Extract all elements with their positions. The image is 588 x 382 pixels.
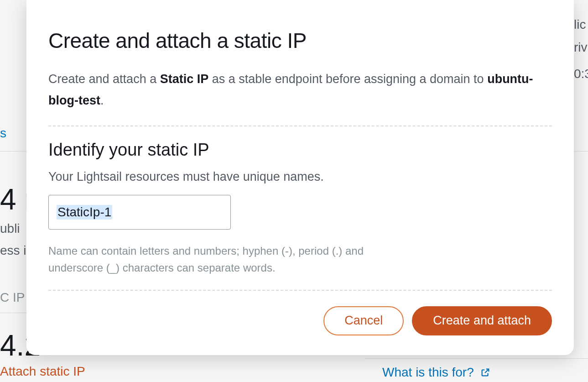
attach-static-ip-link[interactable]: Attach static IP <box>0 364 85 379</box>
modal-actions: Cancel Create and attach <box>48 306 552 335</box>
create-static-ip-modal: Create and attach a static IP Create and… <box>26 0 574 355</box>
static-ip-name-input-wrap: StaticIp-1 <box>48 195 231 230</box>
external-link-icon <box>480 366 489 375</box>
name-hint-text: Name can contain letters and numbers; hy… <box>48 242 377 276</box>
dashed-divider-top <box>48 126 552 126</box>
static-ip-name-input[interactable] <box>48 195 231 230</box>
bg-time-frag: 0:3 <box>574 67 588 81</box>
bg-private-label-frag: riv <box>574 40 588 55</box>
create-and-attach-button[interactable]: Create and attach <box>412 306 552 335</box>
desc-prefix: Create and attach a <box>48 72 160 86</box>
bg-public-frag: ubli <box>0 221 20 236</box>
modal-description: Create and attach a Static IP as a stabl… <box>48 68 552 112</box>
modal-title: Create and attach a static IP <box>48 28 552 53</box>
desc-mid: as a stable endpoint before assigning a … <box>208 72 487 86</box>
bg-tab-frag[interactable]: s <box>0 126 6 141</box>
desc-static-ip-bold: Static IP <box>160 72 209 86</box>
identify-section-desc: Your Lightsail resources must have uniqu… <box>48 170 552 184</box>
desc-suffix: . <box>100 94 104 107</box>
help-link-label: What is this for? <box>382 365 474 379</box>
what-is-this-for-link[interactable]: What is this for? <box>382 365 489 380</box>
bg-public-label-frag: lic <box>574 17 586 32</box>
bg-ip-label-frag: C IP <box>0 290 25 305</box>
dashed-divider-bottom <box>48 290 552 291</box>
identify-section-title: Identify your static IP <box>48 140 552 160</box>
cancel-button[interactable]: Cancel <box>323 306 404 335</box>
bg-divider-3 <box>365 358 588 359</box>
